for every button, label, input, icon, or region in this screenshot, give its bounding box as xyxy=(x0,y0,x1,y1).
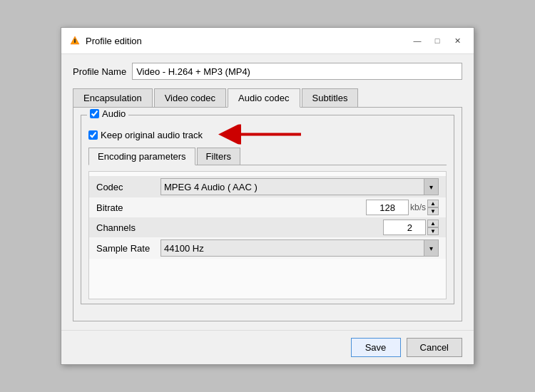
tab-video-codec[interactable]: Video codec xyxy=(154,88,226,107)
channels-spinner: ▲ ▼ xyxy=(427,220,439,235)
audio-legend: Audio xyxy=(87,108,128,119)
profile-name-row: Profile Name xyxy=(73,63,462,80)
bitrate-input[interactable] xyxy=(366,200,409,215)
bitrate-unit: kb/s xyxy=(410,202,426,212)
sub-tab-filters[interactable]: Filters xyxy=(197,148,240,165)
channels-row: Channels ▲ ▼ xyxy=(89,217,446,237)
channels-label: Channels xyxy=(96,222,160,233)
maximize-button[interactable]: □ xyxy=(428,33,447,48)
channels-up[interactable]: ▲ xyxy=(427,220,439,227)
codec-dropdown-arrow: ▾ xyxy=(424,178,439,195)
tab-audio-codec[interactable]: Audio codec xyxy=(228,88,300,108)
sample-rate-dropdown-arrow: ▾ xyxy=(424,239,439,257)
vlc-icon xyxy=(68,34,81,47)
codec-dropdown-wrap: MPEG 4 Audio ( AAC ) MP3 Vorbis FLAC ▾ xyxy=(160,178,439,195)
codec-row: Codec MPEG 4 Audio ( AAC ) MP3 Vorbis FL… xyxy=(89,176,446,197)
bitrate-up[interactable]: ▲ xyxy=(427,200,439,207)
sample-rate-select[interactable]: 44100 Hz 22050 Hz 11025 Hz 48000 Hz xyxy=(160,239,424,257)
cancel-button[interactable]: Cancel xyxy=(407,338,462,357)
audio-group: Audio Keep original audio track xyxy=(81,115,454,304)
main-content: Profile Name Encapsulation Video codec A… xyxy=(61,54,474,330)
bitrate-row: Bitrate kb/s ▲ ▼ xyxy=(89,197,446,217)
bitrate-input-wrap: kb/s ▲ ▼ xyxy=(160,200,439,215)
window-title: Profile edition xyxy=(86,36,408,46)
sub-tabs: Encoding parameters Filters xyxy=(88,148,447,165)
bitrate-label: Bitrate xyxy=(96,202,160,213)
titlebar: Profile edition — □ ✕ xyxy=(61,28,474,54)
profile-name-label: Profile Name xyxy=(73,66,126,77)
minimize-button[interactable]: — xyxy=(408,33,427,48)
bitrate-down[interactable]: ▼ xyxy=(427,207,439,215)
tab-encapsulation[interactable]: Encapsulation xyxy=(73,88,153,107)
svg-rect-1 xyxy=(74,40,76,43)
sample-rate-label: Sample Rate xyxy=(96,243,160,254)
save-button[interactable]: Save xyxy=(351,338,401,357)
channels-input-wrap: ▲ ▼ xyxy=(160,220,439,235)
profile-edition-window: Profile edition — □ ✕ Profile Name Encap… xyxy=(61,27,474,365)
sample-rate-row: Sample Rate 44100 Hz 22050 Hz 11025 Hz 4… xyxy=(89,237,446,259)
bitrate-spinner: ▲ ▼ xyxy=(427,200,439,215)
keep-original-row: Keep original audio track xyxy=(88,130,447,140)
arrow-indicator xyxy=(217,124,302,146)
keep-original-label: Keep original audio track xyxy=(101,130,203,140)
codec-select[interactable]: MPEG 4 Audio ( AAC ) MP3 Vorbis FLAC xyxy=(160,178,424,195)
profile-name-input[interactable] xyxy=(132,63,462,80)
audio-checkbox[interactable] xyxy=(90,109,99,118)
close-button[interactable]: ✕ xyxy=(448,33,467,48)
sub-tab-encoding-params[interactable]: Encoding parameters xyxy=(88,148,195,165)
tab-content: Audio Keep original audio track xyxy=(73,108,462,321)
channels-down[interactable]: ▼ xyxy=(427,227,439,235)
svg-rect-2 xyxy=(74,39,76,41)
footer: Save Cancel xyxy=(61,330,474,364)
main-tabs: Encapsulation Video codec Audio codec Su… xyxy=(73,88,462,108)
tab-subtitles[interactable]: Subtitles xyxy=(302,88,359,107)
params-area: Codec MPEG 4 Audio ( AAC ) MP3 Vorbis FL… xyxy=(88,171,447,299)
codec-label: Codec xyxy=(96,182,160,192)
window-controls: — □ ✕ xyxy=(408,33,467,48)
sample-rate-dropdown-wrap: 44100 Hz 22050 Hz 11025 Hz 48000 Hz ▾ xyxy=(160,239,439,257)
keep-original-checkbox[interactable] xyxy=(88,130,98,140)
channels-input[interactable] xyxy=(383,220,426,235)
